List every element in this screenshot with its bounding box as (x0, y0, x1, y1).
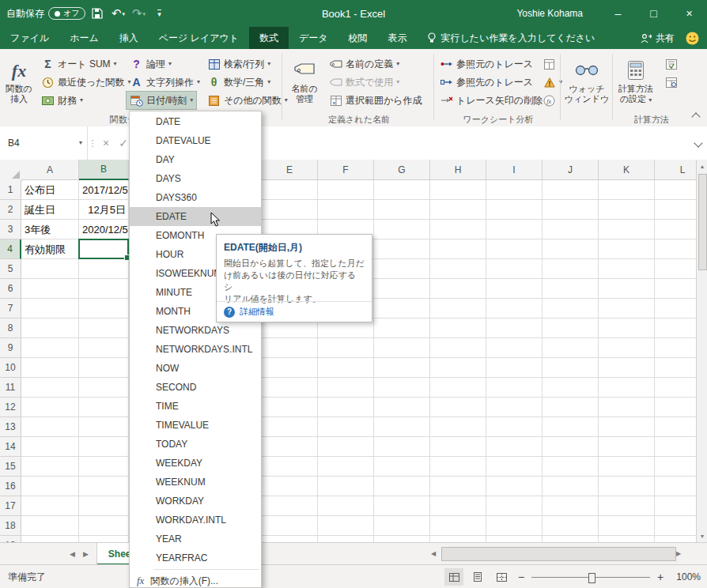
row-header-1[interactable]: 1 (0, 180, 21, 200)
horizontal-scroll-thumb[interactable] (441, 547, 676, 561)
minimize-button[interactable]: – (600, 0, 636, 27)
date-time-button[interactable]: 日付/時刻 ▾ (127, 92, 196, 109)
row-header-2[interactable]: 2 (0, 200, 21, 220)
menu-item-year[interactable]: YEAR (130, 530, 261, 548)
select-all-corner[interactable] (0, 160, 22, 181)
scroll-left-icon[interactable]: ◀ (427, 543, 440, 564)
column-header-A[interactable]: A (21, 160, 79, 180)
row-header-8[interactable]: 8 (0, 318, 21, 338)
financial-button[interactable]: 財務 ▾ (38, 92, 86, 109)
tab-home[interactable]: ホーム (59, 27, 109, 49)
collapse-ribbon-icon[interactable] (691, 112, 700, 121)
menu-item-second[interactable]: SECOND (130, 378, 261, 397)
name-box[interactable]: B4 ▾ (0, 126, 88, 160)
row-header-13[interactable]: 13 (0, 417, 21, 437)
column-header-E[interactable]: E (262, 160, 318, 180)
menu-item-date[interactable]: DATE (130, 112, 261, 131)
column-header-H[interactable]: H (430, 160, 486, 180)
expand-formula-bar-button[interactable] (690, 126, 707, 160)
menu-item-workday[interactable]: WORKDAY (130, 492, 261, 511)
row-header-5[interactable]: 5 (0, 259, 21, 279)
horizontal-scrollbar[interactable]: ◀ ▶ (427, 543, 696, 564)
row-header-17[interactable]: 17 (0, 496, 21, 516)
zoom-out-button[interactable]: − (516, 571, 527, 583)
tab-data[interactable]: データ (289, 27, 338, 49)
cell-B2[interactable]: 12月5日 (79, 200, 129, 220)
scroll-down-icon[interactable]: ▼ (697, 530, 707, 542)
menu-item-datevalue[interactable]: DATEVALUE (130, 131, 261, 150)
menu-item-days[interactable]: DAYS (130, 169, 261, 188)
menu-item-time[interactable]: TIME (130, 397, 261, 416)
tell-me-box[interactable]: 実行したい作業を入力してください (427, 27, 595, 49)
column-header-L[interactable]: L (655, 160, 696, 180)
undo-button[interactable]: ↶ ▾ (109, 4, 127, 23)
autosum-button[interactable]: Σ オート SUM ▾ (38, 55, 120, 73)
maximize-button[interactable]: □ (636, 0, 671, 27)
sheet-next-icon[interactable]: ▶ (83, 550, 89, 558)
remove-arrows-button[interactable]: トレース矢印の削除 ▾ (437, 92, 552, 109)
scroll-right-icon[interactable]: ▶ (672, 543, 685, 564)
menu-item-day[interactable]: DAY (130, 150, 261, 169)
scroll-up-icon[interactable]: ▲ (697, 160, 707, 172)
calculate-sheet-button[interactable] (661, 74, 686, 91)
column-header-B[interactable]: B (79, 160, 129, 180)
define-name-button[interactable]: 名前の定義 ▾ (326, 55, 403, 73)
trace-dependents-button[interactable]: 参照先のトレース (437, 74, 536, 91)
feedback-smiley-button[interactable] (686, 27, 699, 49)
row-header-11[interactable]: 11 (0, 378, 21, 398)
menu-item-yearfrac[interactable]: YEARFRAC (130, 548, 261, 567)
tab-insert[interactable]: 挿入 (109, 27, 149, 49)
math-trig-button[interactable]: θ 数学/三角 ▾ (204, 74, 274, 91)
row-header-19[interactable]: 19 (0, 536, 21, 542)
cell-A2[interactable]: 誕生日 (21, 200, 79, 220)
calculate-now-button[interactable] (661, 55, 686, 73)
row-header-14[interactable]: 14 (0, 437, 21, 457)
create-from-selection-button[interactable]: 選択範囲から作成 (326, 92, 425, 109)
page-break-view-button[interactable] (492, 568, 511, 586)
cell-B3[interactable]: 2020/12/5 (79, 220, 129, 239)
text-functions-button[interactable]: A 文字列操作 ▾ (127, 74, 203, 91)
tab-file[interactable]: ファイル (0, 27, 59, 49)
menu-item-now[interactable]: NOW (130, 359, 261, 378)
recent-functions-button[interactable]: 最近使った関数 ▾ (38, 74, 134, 91)
zoom-slider-thumb[interactable] (588, 573, 595, 583)
sheet-prev-icon[interactable]: ◀ (70, 550, 75, 558)
row-header-16[interactable]: 16 (0, 477, 21, 496)
use-in-formula-button[interactable]: 数式で使用 ▾ (326, 74, 403, 91)
row-header-4[interactable]: 4 (0, 239, 21, 259)
cell-A4[interactable]: 有効期限 (21, 239, 79, 259)
column-header-I[interactable]: I (486, 160, 543, 180)
tell-me-more-link[interactable]: 詳細情報 (240, 306, 274, 318)
watch-window-button[interactable]: ウォッチ ウィンドウ (563, 51, 611, 128)
menu-item-networkdays[interactable]: NETWORKDAYS (130, 321, 261, 340)
worksheet-grid[interactable]: ABCDEFGHIJKL 123456789101112131415161718… (0, 160, 696, 542)
cell-A1[interactable]: 公布日 (21, 180, 79, 200)
row-header-7[interactable]: 7 (0, 299, 21, 318)
row-header-15[interactable]: 15 (0, 457, 21, 477)
zoom-slider[interactable] (531, 571, 650, 582)
logical-button[interactable]: ? 論理 ▾ (127, 55, 175, 73)
menu-item-workday.intl[interactable]: WORKDAY.INTL (130, 511, 261, 530)
menu-item-weekday[interactable]: WEEKDAY (130, 454, 261, 473)
menu-item-timevalue[interactable]: TIMEVALUE (130, 416, 261, 435)
tab-review[interactable]: 校閲 (338, 27, 378, 49)
tab-formulas[interactable]: 数式 (249, 27, 289, 49)
menu-insert-function-item[interactable]: fx 関数の挿入(F)... (130, 571, 261, 588)
lookup-reference-button[interactable]: 検索/行列 ▾ (204, 55, 274, 73)
tab-view[interactable]: 表示 (378, 27, 418, 49)
row-header-3[interactable]: 3 (0, 220, 21, 239)
menu-item-edate[interactable]: EDATE (130, 207, 261, 226)
vertical-scroll-thumb[interactable] (698, 174, 707, 270)
normal-view-button[interactable] (444, 568, 463, 586)
vertical-scrollbar[interactable]: ▲ ▼ (696, 160, 707, 542)
column-header-G[interactable]: G (374, 160, 430, 180)
zoom-percent[interactable]: 100% (671, 571, 701, 582)
row-header-10[interactable]: 10 (0, 358, 21, 378)
row-header-12[interactable]: 12 (0, 398, 21, 417)
save-button[interactable] (89, 4, 106, 23)
page-layout-view-button[interactable] (468, 568, 487, 586)
menu-item-weeknum[interactable]: WEEKNUM (130, 473, 261, 492)
row-header-6[interactable]: 6 (0, 279, 21, 299)
menu-item-today[interactable]: TODAY (130, 435, 261, 454)
column-header-K[interactable]: K (599, 160, 655, 180)
